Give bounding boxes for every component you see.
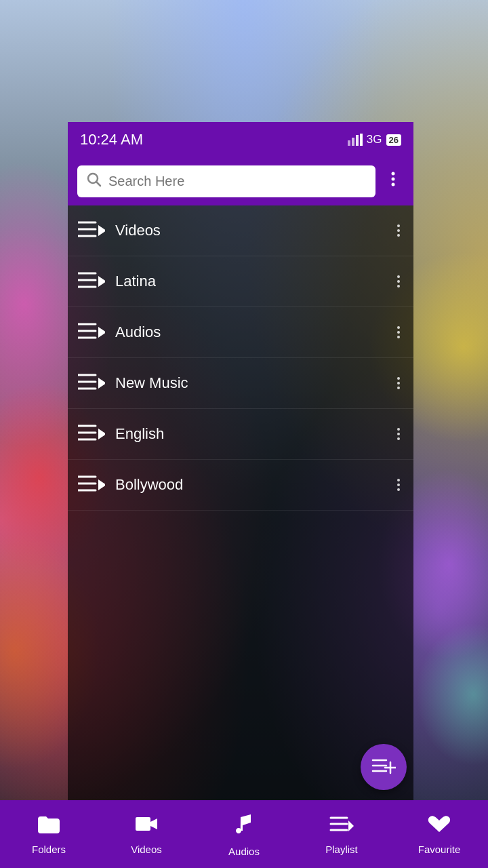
playlist-icon-english [77, 420, 106, 448]
playlist-item-english[interactable]: English [68, 409, 413, 460]
status-time: 10:24 AM [80, 131, 143, 149]
nav-item-favourite[interactable]: Favourite [390, 814, 488, 855]
status-bar: 10:24 AM 3G 26 [68, 122, 413, 157]
playlist-icon-latina [77, 267, 106, 296]
nav-label-audios: Audios [228, 846, 260, 857]
svg-rect-38 [136, 817, 150, 831]
svg-marker-24 [98, 378, 105, 389]
playlist-item-videos[interactable]: Videos [68, 205, 413, 256]
playlist-name-videos: Videos [115, 222, 393, 239]
svg-marker-16 [98, 276, 105, 287]
playlist-icon-audios [77, 318, 106, 347]
svg-point-7 [392, 178, 395, 181]
playlist-item-newmusic[interactable]: New Music [68, 358, 413, 409]
nav-label-folders: Folders [32, 844, 66, 855]
network-type: 3G [367, 133, 382, 146]
playlist-icon-newmusic [77, 369, 106, 397]
status-icons: 3G 26 [348, 133, 401, 146]
svg-rect-0 [348, 140, 350, 146]
app-panel: 10:24 AM 3G 26 [68, 122, 413, 800]
playlist-nav-icon [329, 814, 354, 840]
search-box[interactable] [77, 165, 375, 197]
playlist-name-bollywood: Bollywood [115, 476, 393, 494]
svg-point-6 [392, 172, 395, 176]
search-input[interactable] [108, 174, 366, 189]
music-icon [232, 812, 256, 842]
signal-icon [348, 134, 363, 146]
nav-item-playlist[interactable]: Playlist [293, 814, 390, 855]
video-icon [134, 814, 159, 840]
svg-rect-1 [352, 138, 354, 146]
add-playlist-icon [371, 755, 396, 779]
search-icon [87, 172, 102, 191]
playlist-name-english: English [115, 425, 393, 443]
item-more-audios[interactable] [393, 322, 404, 342]
playlist-list: Videos Latina [68, 205, 413, 800]
nav-label-videos: Videos [131, 844, 162, 855]
playlist-item-bollywood[interactable]: Bollywood [68, 460, 413, 511]
playlist-item-audios[interactable]: Audios [68, 307, 413, 358]
add-playlist-fab[interactable] [361, 744, 407, 790]
search-area [68, 157, 413, 205]
nav-item-videos[interactable]: Videos [98, 814, 195, 855]
svg-marker-28 [98, 429, 105, 439]
playlist-name-newmusic: New Music [115, 374, 393, 392]
header-more-button[interactable] [382, 168, 404, 195]
svg-rect-2 [356, 135, 359, 146]
item-more-latina[interactable] [393, 271, 404, 292]
item-more-english[interactable] [393, 424, 404, 444]
heart-icon [427, 814, 451, 840]
svg-marker-12 [98, 225, 105, 236]
folder-icon [37, 814, 61, 840]
nav-label-playlist: Playlist [325, 844, 358, 855]
bottom-navigation: Folders Videos Audios Playlist [0, 800, 488, 868]
battery-indicator: 26 [386, 134, 401, 146]
item-more-videos[interactable] [393, 220, 404, 241]
svg-line-5 [97, 182, 101, 186]
item-more-bollywood[interactable] [393, 475, 404, 495]
nav-item-audios[interactable]: Audios [195, 812, 293, 857]
svg-point-8 [392, 183, 395, 186]
playlist-icon-videos [77, 216, 106, 245]
svg-marker-39 [150, 818, 157, 829]
svg-rect-3 [360, 134, 363, 146]
svg-marker-43 [348, 821, 354, 831]
playlist-icon-bollywood [77, 471, 106, 499]
playlist-name-latina: Latina [115, 273, 393, 290]
svg-marker-32 [98, 479, 105, 490]
nav-item-folders[interactable]: Folders [0, 814, 98, 855]
playlist-name-audios: Audios [115, 323, 393, 341]
svg-marker-20 [98, 327, 105, 338]
nav-label-favourite: Favourite [418, 844, 461, 855]
item-more-newmusic[interactable] [393, 373, 404, 393]
playlist-item-latina[interactable]: Latina [68, 256, 413, 307]
